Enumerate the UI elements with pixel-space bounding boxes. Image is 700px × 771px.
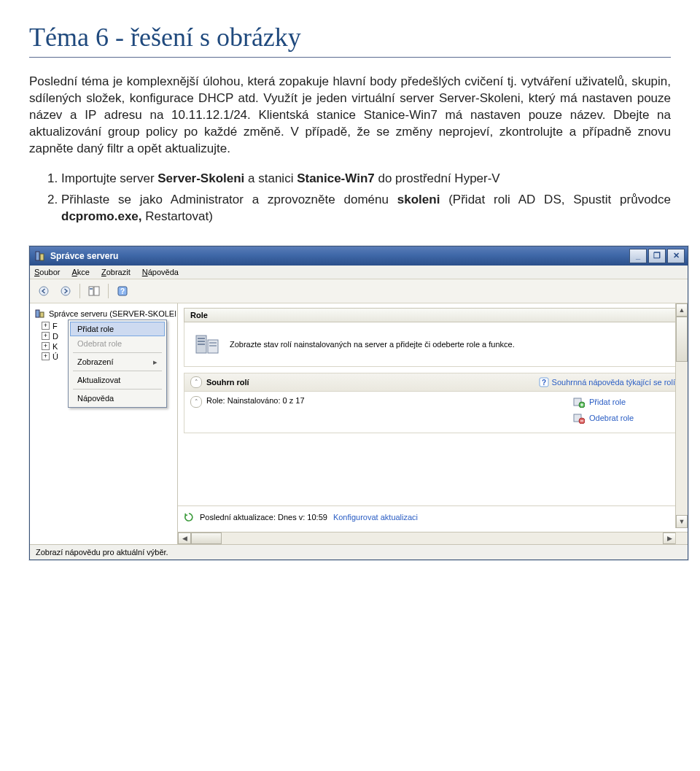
svg-rect-17: [209, 345, 217, 346]
step-text: Přihlaste se jako Administrator a zprovo…: [61, 193, 397, 206]
add-roles-link[interactable]: Přidat role: [573, 396, 675, 408]
tree-expander-icon[interactable]: +: [42, 332, 50, 340]
window-titlebar[interactable]: Správce serveru _ ❐ ✕: [30, 247, 688, 266]
toolbar-separator: [79, 284, 80, 298]
tree-node-label: D: [52, 332, 58, 341]
installed-roles-label: Role: Nainstalováno: 0 z 17: [206, 396, 305, 405]
panel-help-text: Souhrnná nápověda týkající se rolí: [552, 378, 675, 387]
page-title: Téma 6 - řešení s obrázky: [29, 22, 671, 53]
last-update-text: Poslední aktualizace: Dnes v: 10:59: [200, 513, 327, 522]
tree-expander-icon[interactable]: +: [42, 342, 50, 350]
panel-header[interactable]: ˄ Souhrn rolí ? Souhrnná nápověda týkají…: [184, 373, 681, 392]
roles-intro-panel: Zobrazte stav rolí nainstalovaných na se…: [184, 322, 682, 367]
minimize-button[interactable]: _: [629, 249, 647, 263]
step-item: Přihlaste se jako Administrator a zprovo…: [61, 192, 671, 225]
horizontal-rule: [29, 57, 671, 58]
toolbar-separator: [108, 284, 109, 298]
scroll-corner: [675, 532, 688, 544]
server-manager-window: Správce serveru _ ❐ ✕ Soubor Akce Zobraz…: [29, 246, 688, 560]
forward-button[interactable]: [56, 282, 75, 300]
context-menu-separator: [73, 371, 162, 371]
svg-rect-6: [90, 288, 93, 290]
scroll-right-button[interactable]: ▶: [663, 532, 676, 544]
panel-title: Souhrn rolí: [206, 378, 534, 387]
help-button[interactable]: ?: [113, 282, 132, 300]
back-button[interactable]: [34, 282, 53, 300]
client-area: Správce serveru (SERVER-SKOLENI +F +D +K…: [30, 303, 688, 544]
statusbar: Zobrazí nápovědu pro aktuální výběr.: [30, 544, 688, 559]
scroll-down-button[interactable]: ▼: [676, 515, 688, 528]
tree-node-label: F: [52, 322, 58, 330]
steps-list: Importujte server Server-Skoleni a stani…: [29, 171, 671, 225]
roles-summary-panel: ˄ Souhrn rolí ? Souhrnná nápověda týkají…: [184, 373, 682, 433]
tree-pane[interactable]: Správce serveru (SERVER-SKOLENI +F +D +K…: [30, 303, 178, 544]
help-icon: ?: [539, 377, 549, 387]
svg-rect-9: [36, 310, 39, 317]
svg-text:?: ?: [542, 379, 546, 387]
context-menu-separator: [73, 352, 162, 353]
menu-help[interactable]: Nápověda: [142, 268, 179, 276]
svg-rect-4: [89, 287, 93, 295]
context-menu-refresh[interactable]: Aktualizovat: [70, 373, 165, 387]
roles-intro-text: Zobrazte stav rolí nainstalovaných na se…: [230, 340, 515, 349]
scroll-track[interactable]: [676, 362, 688, 515]
menu-action[interactable]: Akce: [71, 268, 89, 276]
menu-file[interactable]: Soubor: [34, 268, 60, 276]
tree-root-node[interactable]: Správce serveru (SERVER-SKOLENI: [31, 306, 176, 321]
panel-body: ˄ Role: Nainstalováno: 0 z 17 Přidat rol…: [184, 392, 681, 433]
roles-icon: [193, 330, 222, 359]
scroll-left-button[interactable]: ◀: [178, 532, 191, 544]
panel-help-link[interactable]: ? Souhrnná nápověda týkající se rolí: [539, 377, 675, 387]
svg-rect-5: [94, 287, 99, 295]
scroll-thumb[interactable]: [676, 317, 688, 362]
close-button[interactable]: ✕: [667, 249, 685, 263]
context-menu-label: Zobrazení: [77, 357, 114, 366]
svg-text:?: ?: [120, 287, 125, 295]
link-text: Přidat role: [589, 398, 626, 406]
scroll-up-button[interactable]: ▲: [676, 303, 688, 317]
tree-node-label: Ú: [52, 352, 58, 361]
svg-rect-10: [40, 312, 44, 317]
intro-paragraph: Poslední téma je komplexnější úlohou, kt…: [29, 74, 671, 158]
svg-point-3: [61, 287, 70, 295]
last-update-bar: Poslední aktualizace: Dnes v: 10:59 Konf…: [178, 505, 676, 528]
svg-rect-12: [198, 338, 205, 339]
server-icon: [34, 308, 46, 319]
context-menu: Přidat role Odebrat role Zobrazení▸ Aktu…: [68, 319, 167, 408]
refresh-icon[interactable]: [184, 512, 194, 522]
step-text: Restartovat): [142, 209, 213, 223]
submenu-arrow-icon: ▸: [153, 357, 158, 367]
svg-rect-1: [40, 254, 44, 260]
scroll-thumb[interactable]: [191, 532, 222, 544]
context-menu-view[interactable]: Zobrazení▸: [70, 354, 165, 369]
tree-root-label: Správce serveru (SERVER-SKOLENI: [49, 309, 176, 318]
tree-expander-icon[interactable]: +: [42, 322, 50, 330]
collapse-icon[interactable]: ˄: [190, 376, 202, 388]
svg-point-2: [39, 287, 48, 295]
vertical-scrollbar[interactable]: ▲ ▼: [675, 303, 688, 528]
context-menu-add-roles[interactable]: Přidat role: [70, 322, 165, 336]
link-text: Odebrat role: [589, 414, 634, 422]
remove-roles-link[interactable]: Odebrat role: [573, 412, 675, 424]
step-item: Importujte server Server-Skoleni a stani…: [61, 171, 671, 187]
step-text: Importujte server: [61, 171, 158, 185]
svg-rect-14: [198, 344, 205, 345]
maximize-button[interactable]: ❐: [648, 249, 666, 263]
step-bold: skoleni: [397, 193, 440, 206]
column-header[interactable]: Role: [184, 308, 682, 322]
context-menu-help[interactable]: Nápověda: [70, 391, 165, 406]
add-role-icon: [573, 396, 585, 408]
svg-rect-16: [209, 342, 217, 344]
configure-update-link[interactable]: Konfigurovat aktualizaci: [333, 513, 418, 522]
show-hide-button[interactable]: [85, 282, 104, 300]
app-icon: [34, 250, 46, 262]
tree-expander-icon[interactable]: +: [42, 352, 50, 360]
remove-role-icon: [573, 412, 585, 424]
step-bold: Stanice-Win7: [297, 171, 375, 185]
scroll-track[interactable]: [222, 532, 663, 544]
step-bold: dcpromo.exe,: [61, 209, 142, 223]
svg-rect-0: [36, 252, 39, 260]
menu-view[interactable]: Zobrazit: [101, 268, 131, 276]
horizontal-scrollbar[interactable]: ◀ ▶: [178, 532, 676, 544]
collapse-icon[interactable]: ˄: [190, 396, 202, 408]
